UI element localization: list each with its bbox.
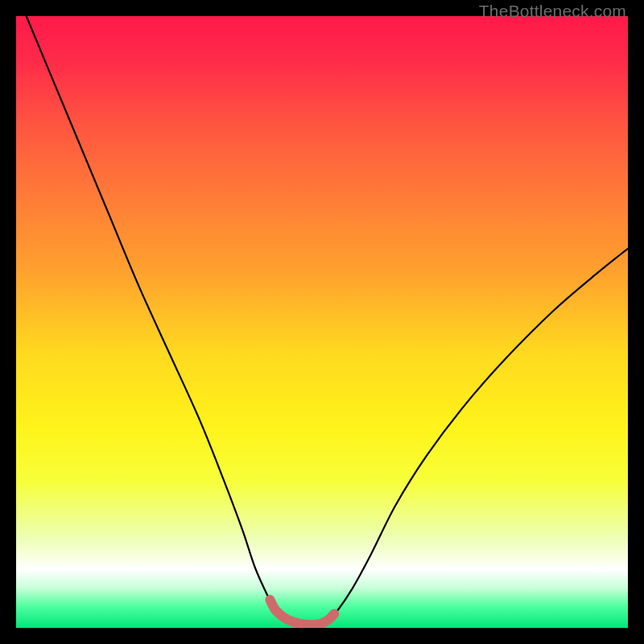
bottleneck-curve (16, 16, 628, 628)
chart-frame: TheBottleneck.com (0, 0, 644, 644)
plot-area (16, 16, 628, 628)
watermark-text: TheBottleneck.com (479, 2, 626, 21)
